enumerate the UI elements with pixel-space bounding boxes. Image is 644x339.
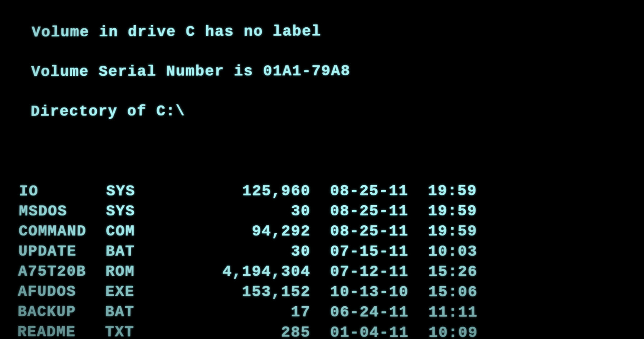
file-row: COMMAND COM 94,292 08-25-11 19:59 xyxy=(19,221,644,242)
file-row: MSDOS SYS 30 08-25-11 19:59 xyxy=(19,201,644,221)
file-row: UPDATE BAT 30 07-15-11 10:03 xyxy=(18,242,644,262)
dos-terminal[interactable]: Volume in drive C has no label Volume Se… xyxy=(0,0,644,339)
file-row: A75T20B ROM 4,194,304 07-12-11 15:26 xyxy=(18,262,644,282)
serial-line: Volume Serial Number is 01A1-79A8 xyxy=(20,60,644,82)
volume-line: Volume in drive C has no label xyxy=(21,20,644,42)
directory-line: Directory of C:\ xyxy=(20,100,644,122)
file-row: IO SYS 125,960 08-25-11 19:59 xyxy=(19,181,644,201)
file-row: README TXT 285 01-04-11 10:09 xyxy=(17,322,644,339)
file-row: BACKUP BAT 17 06-24-11 11:11 xyxy=(18,302,644,323)
file-row: AFUDOS EXE 153,152 10-13-10 15:06 xyxy=(18,282,644,303)
file-listing: IO SYS 125,960 08-25-11 19:59MSDOS SYS 3… xyxy=(17,181,644,339)
blank-line xyxy=(19,141,644,161)
